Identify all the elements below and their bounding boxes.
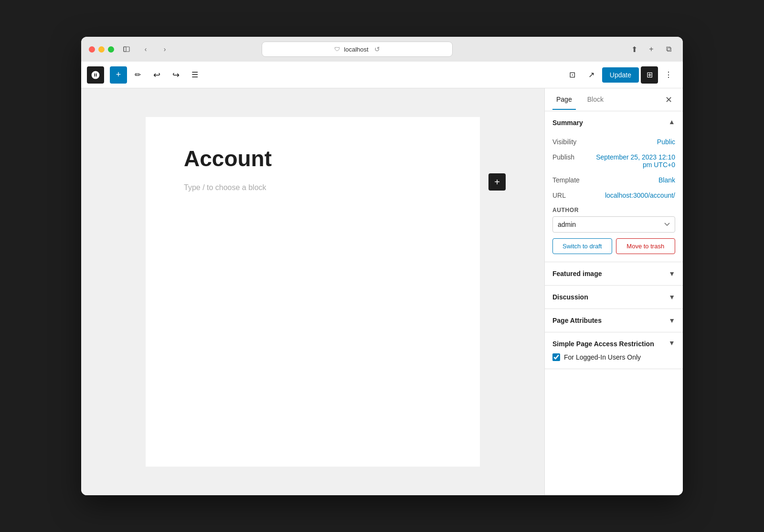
discussion-title: Discussion — [552, 293, 588, 301]
url-value[interactable]: localhost:3000/account/ — [605, 192, 675, 199]
summary-chevron-icon: ▼ — [668, 119, 675, 127]
minimize-traffic-light[interactable] — [98, 46, 105, 53]
logged-in-checkbox[interactable] — [552, 353, 560, 361]
publish-label: Publish — [552, 153, 591, 161]
tabs-button[interactable]: ⧉ — [662, 43, 675, 56]
tab-page[interactable]: Page — [552, 90, 576, 110]
wp-logo[interactable] — [87, 66, 104, 84]
settings-toggle-button[interactable]: ⊞ — [641, 66, 658, 84]
sidebar-tabs: Page Block ✕ — [545, 88, 683, 111]
tab-block[interactable]: Block — [584, 90, 607, 110]
featured-image-header[interactable]: Featured image ▼ — [545, 262, 683, 285]
template-label: Template — [552, 176, 591, 184]
page-attributes-chevron-icon: ▼ — [668, 317, 675, 324]
settings-icon: ⊞ — [647, 70, 653, 79]
share-button[interactable]: ⬆ — [627, 43, 641, 56]
visibility-row: Visibility Public — [552, 134, 675, 149]
template-value[interactable]: Blank — [658, 176, 675, 184]
redo-button[interactable]: ↪ — [167, 66, 184, 84]
editor-content: Account Type / to choose a block + — [146, 117, 480, 467]
svg-rect-1 — [124, 47, 129, 52]
publish-row: Publish September 25, 2023 12:10 pm UTC+… — [552, 149, 675, 172]
redo-icon: ↪ — [172, 70, 180, 80]
discussion-chevron-icon: ▼ — [668, 293, 675, 301]
action-buttons: Switch to draft Move to trash — [552, 238, 675, 254]
url-row: URL localhost:3000/account/ — [552, 188, 675, 203]
restriction-title: Simple Page Access Restriction — [552, 340, 654, 348]
url-label: URL — [552, 192, 591, 199]
checkbox-label[interactable]: For Logged-In Users Only — [564, 353, 641, 361]
restriction-chevron-icon: ▲ — [668, 340, 675, 348]
author-label: AUTHOR — [552, 207, 675, 213]
featured-image-section: Featured image ▼ — [545, 262, 683, 286]
restriction-section: Simple Page Access Restriction ▲ For Log… — [545, 332, 683, 369]
address-bar[interactable]: 🛡 localhost ↺ — [262, 42, 453, 57]
wp-editor: + ✏ ↩ ↪ ☰ ⊡ ↗ Update — [81, 62, 683, 495]
page-attributes-header[interactable]: Page Attributes ▼ — [545, 309, 683, 332]
traffic-lights — [89, 46, 114, 53]
plus-icon: + — [116, 70, 121, 80]
add-block-inline-button[interactable]: + — [488, 173, 506, 191]
page-attributes-section: Page Attributes ▼ — [545, 309, 683, 332]
summary-section-header[interactable]: Summary ▼ — [545, 111, 683, 134]
wp-sidebar: Page Block ✕ Summary ▼ Visibility Public — [544, 88, 683, 495]
external-link-icon: ↗ — [588, 70, 594, 79]
author-select[interactable]: admin — [552, 216, 675, 233]
featured-image-title: Featured image — [552, 270, 602, 277]
pencil-icon: ✏ — [135, 70, 141, 79]
switch-to-draft-button[interactable]: Switch to draft — [552, 238, 612, 254]
plus-inline-icon: + — [494, 177, 500, 188]
monitor-icon: ⊡ — [569, 70, 575, 79]
close-traffic-light[interactable] — [89, 46, 95, 53]
visibility-value[interactable]: Public — [657, 138, 675, 146]
browser-window: ‹ › 🛡 localhost ↺ ⬆ + ⧉ + ✏ — [81, 37, 683, 495]
wp-main: Account Type / to choose a block + Page … — [81, 88, 683, 495]
svg-rect-0 — [124, 47, 126, 52]
url-text: localhost — [344, 46, 368, 53]
discussion-header[interactable]: Discussion ▼ — [545, 286, 683, 309]
reload-icon: ↺ — [374, 45, 380, 53]
update-button[interactable]: Update — [602, 67, 639, 83]
summary-section-content: Visibility Public Publish September 25, … — [545, 134, 683, 262]
undo-button[interactable]: ↩ — [148, 66, 165, 84]
block-placeholder[interactable]: Type / to choose a block — [184, 183, 442, 192]
edit-toolbar-button[interactable]: ✏ — [129, 66, 146, 84]
summary-section: Summary ▼ Visibility Public Publish Sept… — [545, 111, 683, 262]
sidebar-close-button[interactable]: ✕ — [662, 93, 675, 106]
wp-canvas[interactable]: Account Type / to choose a block + — [81, 88, 544, 495]
view-page-button[interactable]: ↗ — [583, 66, 600, 84]
more-options-button[interactable]: ⋮ — [660, 66, 677, 84]
forward-button[interactable]: › — [158, 43, 171, 56]
featured-image-chevron-icon: ▼ — [668, 270, 675, 277]
visibility-label: Visibility — [552, 138, 591, 146]
undo-icon: ↩ — [153, 70, 160, 80]
summary-title: Summary — [552, 119, 583, 127]
discussion-section: Discussion ▼ — [545, 286, 683, 309]
browser-sidebar-toggle[interactable] — [120, 43, 133, 56]
list-view-icon: ☰ — [191, 70, 198, 79]
ellipsis-icon: ⋮ — [665, 70, 672, 79]
browser-chrome: ‹ › 🛡 localhost ↺ ⬆ + ⧉ — [81, 37, 683, 62]
preview-button[interactable]: ⊡ — [564, 66, 581, 84]
page-title[interactable]: Account — [184, 146, 442, 172]
list-view-button[interactable]: ☰ — [186, 66, 203, 84]
fullscreen-traffic-light[interactable] — [108, 46, 114, 53]
page-attributes-title: Page Attributes — [552, 317, 602, 324]
add-block-toolbar-button[interactable]: + — [110, 66, 127, 84]
toolbar-right: ⊡ ↗ Update ⊞ ⋮ — [564, 66, 677, 84]
move-to-trash-button[interactable]: Move to trash — [616, 238, 676, 254]
template-row: Template Blank — [552, 172, 675, 188]
wp-toolbar: + ✏ ↩ ↪ ☰ ⊡ ↗ Update — [81, 62, 683, 88]
publish-value[interactable]: September 25, 2023 12:10 pm UTC+0 — [591, 153, 675, 169]
checkbox-row: For Logged-In Users Only — [552, 353, 675, 361]
shield-icon: 🛡 — [334, 46, 340, 53]
browser-actions: ⬆ + ⧉ — [627, 43, 675, 56]
back-button[interactable]: ‹ — [139, 43, 152, 56]
new-tab-button[interactable]: + — [645, 43, 658, 56]
restriction-header[interactable]: Simple Page Access Restriction ▲ — [552, 340, 675, 348]
